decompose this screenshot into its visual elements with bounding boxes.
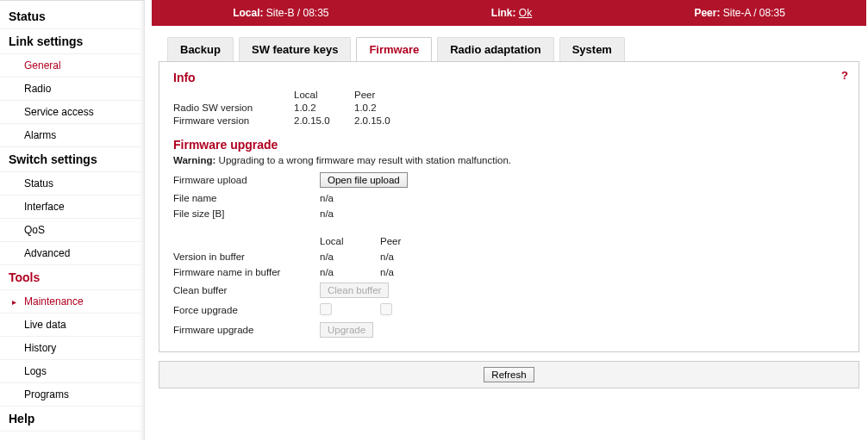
tab-firmware[interactable]: Firmware <box>356 37 432 62</box>
clean-buffer-button[interactable]: Clean buffer <box>320 283 389 298</box>
upgrade-button[interactable]: Upgrade <box>320 322 373 338</box>
sidebar-item-service-access[interactable]: Service access <box>0 101 144 124</box>
status-link-value[interactable]: Ok <box>519 7 532 19</box>
file-name-label: File name <box>173 193 320 203</box>
info-grid: Local Peer Radio SW version 1.0.2 1.0.2 … <box>173 90 845 126</box>
sidebar-item-programs[interactable]: Programs <box>0 383 144 407</box>
status-local: Local: Site-B / 08:35 <box>233 7 328 19</box>
sidebar-section-link-settings[interactable]: Link settings <box>0 29 144 54</box>
tab-backup[interactable]: Backup <box>167 37 234 61</box>
sidebar-item-advanced[interactable]: Advanced <box>0 242 144 265</box>
force-upgrade-peer-checkbox[interactable] <box>380 303 392 315</box>
status-peer-value: Site-A / 08:35 <box>723 7 785 19</box>
sidebar-item-interface[interactable]: Interface <box>0 196 144 219</box>
upgrade-form: Firmware upload Open file upload File na… <box>173 172 845 338</box>
file-size-label: File size [B] <box>173 208 320 219</box>
name-buffer-local: n/a <box>320 267 380 277</box>
tabs: Backup SW feature keys Firmware Radio ad… <box>152 26 868 61</box>
version-buffer-label: Version in buffer <box>173 252 320 262</box>
sidebar-section-switch-settings[interactable]: Switch settings <box>0 147 144 172</box>
sidebar-item-general[interactable]: General <box>0 54 144 78</box>
radio-sw-local: 1.0.2 <box>294 102 354 113</box>
status-link-label: Link: <box>491 7 516 19</box>
buffer-peer-header: Peer <box>380 236 440 246</box>
tab-radio-adaptation[interactable]: Radio adaptation <box>437 37 553 61</box>
status-local-value: Site-B / 08:35 <box>266 7 329 19</box>
fw-version-local: 2.0.15.0 <box>294 115 354 126</box>
status-peer-label: Peer: <box>694 7 720 19</box>
tab-sw-keys[interactable]: SW feature keys <box>239 37 351 61</box>
sidebar-section-help[interactable]: Help <box>0 407 144 432</box>
status-bar: Local: Site-B / 08:35 Link: Ok Peer: Sit… <box>152 0 866 26</box>
warning-text: Upgrading to a wrong firmware may result… <box>219 155 511 165</box>
name-buffer-label: Firmware name in buffer <box>173 267 320 277</box>
status-link: Link: Ok <box>491 7 532 19</box>
file-size-value: n/a <box>320 208 440 219</box>
main: Local: Site-B / 08:35 Link: Ok Peer: Sit… <box>145 0 868 440</box>
radio-sw-peer: 1.0.2 <box>354 102 423 113</box>
version-buffer-local: n/a <box>320 252 380 262</box>
panel-firmware: ? Info Local Peer Radio SW version 1.0.2… <box>159 61 859 352</box>
firmware-upgrade-label: Firmware upgrade <box>173 325 320 335</box>
open-file-upload-button[interactable]: Open file upload <box>320 172 408 188</box>
sidebar-item-live-data[interactable]: Live data <box>0 314 144 337</box>
info-peer-header: Peer <box>354 90 423 100</box>
force-upgrade-label: Force upgrade <box>173 305 320 315</box>
sidebar-item-logs[interactable]: Logs <box>0 360 144 383</box>
sidebar-section-tools[interactable]: Tools <box>0 265 144 290</box>
version-buffer-peer: n/a <box>380 252 440 262</box>
sidebar-item-history[interactable]: History <box>0 337 144 360</box>
section-info-title: Info <box>173 71 845 84</box>
force-upgrade-local-checkbox[interactable] <box>320 303 332 315</box>
info-local-header: Local <box>294 90 354 100</box>
clean-buffer-label: Clean buffer <box>173 285 320 295</box>
warning-label: Warning: <box>173 155 215 165</box>
buffer-local-header: Local <box>320 236 380 246</box>
upload-label: Firmware upload <box>173 175 320 185</box>
refresh-button[interactable]: Refresh <box>484 367 534 382</box>
sidebar-item-radio[interactable]: Radio <box>0 78 144 101</box>
status-peer: Peer: Site-A / 08:35 <box>694 7 784 19</box>
sidebar-item-alarms[interactable]: Alarms <box>0 124 144 147</box>
file-name-value: n/a <box>320 193 440 203</box>
sidebar-item-qos[interactable]: QoS <box>0 219 144 242</box>
help-icon[interactable]: ? <box>841 69 848 82</box>
chevron-right-icon: ▸ <box>12 297 16 307</box>
sidebar-item-label: Maintenance <box>24 295 84 307</box>
sidebar-section-status[interactable]: Status <box>0 4 144 29</box>
tab-system[interactable]: System <box>559 37 625 61</box>
radio-sw-label: Radio SW version <box>173 102 294 113</box>
upgrade-warning: Warning: Upgrading to a wrong firmware m… <box>173 155 845 165</box>
sidebar-item-maintenance[interactable]: ▸ Maintenance <box>0 290 144 314</box>
refresh-bar: Refresh <box>159 361 859 388</box>
fw-version-peer: 2.0.15.0 <box>354 115 423 126</box>
sidebar: Status Link settings General Radio Servi… <box>0 0 145 440</box>
fw-version-label: Firmware version <box>173 115 294 126</box>
section-upgrade-title: Firmware upgrade <box>173 138 845 152</box>
sidebar-item-switch-status[interactable]: Status <box>0 172 144 196</box>
name-buffer-peer: n/a <box>380 267 440 277</box>
status-local-label: Local: <box>233 7 263 19</box>
